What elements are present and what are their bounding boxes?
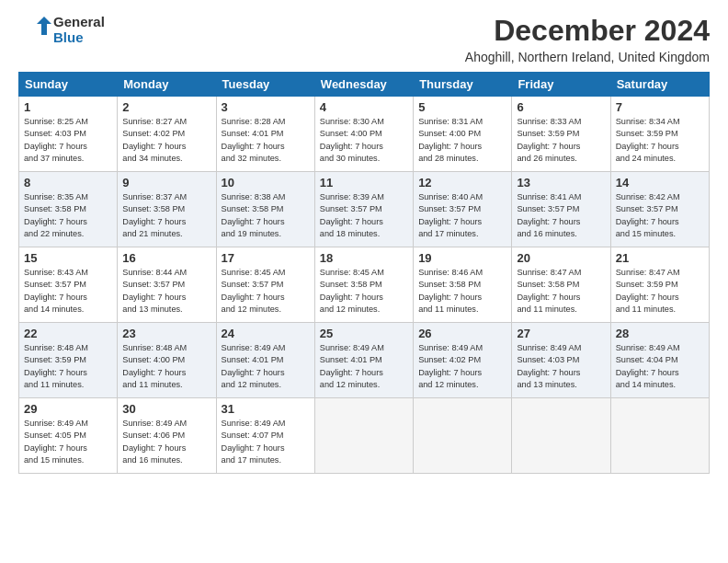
day-number: 7 — [616, 100, 704, 114]
calendar-week-row: 15Sunrise: 8:43 AMSunset: 3:57 PMDayligh… — [19, 247, 710, 323]
day-number: 3 — [222, 100, 310, 114]
calendar-cell: 12Sunrise: 8:40 AMSunset: 3:57 PMDayligh… — [414, 172, 512, 247]
calendar-cell: 6Sunrise: 8:33 AMSunset: 3:59 PMDaylight… — [512, 97, 610, 172]
calendar-cell: 30Sunrise: 8:49 AMSunset: 4:06 PMDayligh… — [118, 398, 216, 474]
calendar-day-header: Monday — [118, 73, 216, 97]
day-number: 19 — [418, 251, 506, 265]
day-number: 26 — [418, 327, 506, 340]
calendar-day-header: Wednesday — [314, 73, 413, 97]
calendar-header-row: SundayMondayTuesdayWednesdayThursdayFrid… — [19, 73, 710, 97]
calendar-cell: 14Sunrise: 8:42 AMSunset: 3:57 PMDayligh… — [610, 172, 709, 247]
logo-svg — [18, 15, 51, 44]
calendar-week-row: 29Sunrise: 8:49 AMSunset: 4:05 PMDayligh… — [19, 398, 710, 474]
calendar-cell — [414, 398, 512, 474]
calendar-cell: 9Sunrise: 8:37 AMSunset: 3:58 PMDaylight… — [118, 172, 216, 247]
day-number: 4 — [320, 100, 408, 114]
day-info: Sunrise: 8:47 AMSunset: 3:59 PMDaylight:… — [616, 267, 704, 316]
day-number: 23 — [122, 327, 210, 340]
day-number: 10 — [222, 176, 310, 190]
day-number: 22 — [24, 327, 112, 340]
day-info: Sunrise: 8:49 AMSunset: 4:03 PMDaylight:… — [517, 342, 605, 391]
calendar-cell: 7Sunrise: 8:34 AMSunset: 3:59 PMDaylight… — [610, 97, 709, 172]
day-info: Sunrise: 8:44 AMSunset: 3:57 PMDaylight:… — [122, 267, 210, 316]
day-info: Sunrise: 8:46 AMSunset: 3:58 PMDaylight:… — [418, 267, 506, 316]
day-number: 24 — [222, 327, 310, 340]
day-info: Sunrise: 8:42 AMSunset: 3:57 PMDaylight:… — [616, 191, 704, 240]
calendar-cell: 8Sunrise: 8:35 AMSunset: 3:58 PMDaylight… — [19, 172, 118, 247]
calendar-day-header: Saturday — [610, 73, 709, 97]
day-info: Sunrise: 8:45 AMSunset: 3:57 PMDaylight:… — [222, 267, 310, 316]
calendar-cell: 26Sunrise: 8:49 AMSunset: 4:02 PMDayligh… — [414, 323, 512, 398]
calendar-cell: 2Sunrise: 8:27 AMSunset: 4:02 PMDaylight… — [118, 97, 216, 172]
day-info: Sunrise: 8:38 AMSunset: 3:58 PMDaylight:… — [222, 191, 310, 240]
day-number: 20 — [517, 251, 605, 265]
svg-marker-0 — [37, 17, 51, 35]
calendar-cell: 19Sunrise: 8:46 AMSunset: 3:58 PMDayligh… — [414, 247, 512, 323]
calendar-cell — [512, 398, 610, 474]
day-info: Sunrise: 8:33 AMSunset: 3:59 PMDaylight:… — [517, 116, 605, 165]
day-number: 15 — [24, 251, 112, 265]
calendar-day-header: Tuesday — [216, 73, 314, 97]
calendar-day-header: Friday — [512, 73, 610, 97]
calendar-cell: 24Sunrise: 8:49 AMSunset: 4:01 PMDayligh… — [216, 323, 314, 398]
calendar-cell: 22Sunrise: 8:48 AMSunset: 3:59 PMDayligh… — [19, 323, 118, 398]
day-info: Sunrise: 8:30 AMSunset: 4:00 PMDaylight:… — [320, 116, 408, 165]
day-number: 31 — [222, 402, 310, 416]
day-number: 29 — [24, 402, 112, 416]
day-info: Sunrise: 8:47 AMSunset: 3:58 PMDaylight:… — [517, 267, 605, 316]
day-info: Sunrise: 8:45 AMSunset: 3:58 PMDaylight:… — [320, 267, 408, 316]
day-info: Sunrise: 8:49 AMSunset: 4:01 PMDaylight:… — [222, 342, 310, 391]
calendar-cell: 10Sunrise: 8:38 AMSunset: 3:58 PMDayligh… — [216, 172, 314, 247]
calendar-cell: 3Sunrise: 8:28 AMSunset: 4:01 PMDaylight… — [216, 97, 314, 172]
day-info: Sunrise: 8:49 AMSunset: 4:01 PMDaylight:… — [320, 342, 408, 391]
subtitle: Ahoghill, Northern Ireland, United Kingd… — [465, 50, 710, 64]
day-info: Sunrise: 8:43 AMSunset: 3:57 PMDaylight:… — [24, 267, 112, 316]
day-info: Sunrise: 8:35 AMSunset: 3:58 PMDaylight:… — [24, 191, 112, 240]
day-number: 12 — [418, 176, 506, 190]
calendar-week-row: 1Sunrise: 8:25 AMSunset: 4:03 PMDaylight… — [19, 97, 710, 172]
day-info: Sunrise: 8:48 AMSunset: 4:00 PMDaylight:… — [122, 342, 210, 391]
day-number: 6 — [517, 100, 605, 114]
page: General Blue December 2024 Ahoghill, Nor… — [0, 0, 728, 563]
day-info: Sunrise: 8:49 AMSunset: 4:04 PMDaylight:… — [616, 342, 704, 391]
calendar-cell: 13Sunrise: 8:41 AMSunset: 3:57 PMDayligh… — [512, 172, 610, 247]
header: General Blue December 2024 Ahoghill, Nor… — [18, 14, 710, 64]
calendar-cell: 27Sunrise: 8:49 AMSunset: 4:03 PMDayligh… — [512, 323, 610, 398]
calendar-table: SundayMondayTuesdayWednesdayThursdayFrid… — [18, 72, 710, 474]
day-info: Sunrise: 8:27 AMSunset: 4:02 PMDaylight:… — [122, 116, 210, 165]
logo: General Blue — [18, 14, 105, 45]
logo-blue: Blue — [53, 29, 105, 45]
calendar-cell: 25Sunrise: 8:49 AMSunset: 4:01 PMDayligh… — [314, 323, 413, 398]
calendar-cell — [314, 398, 413, 474]
day-number: 5 — [418, 100, 506, 114]
logo-general: General — [53, 14, 105, 29]
day-info: Sunrise: 8:48 AMSunset: 3:59 PMDaylight:… — [24, 342, 112, 391]
day-info: Sunrise: 8:31 AMSunset: 4:00 PMDaylight:… — [418, 116, 506, 165]
day-info: Sunrise: 8:25 AMSunset: 4:03 PMDaylight:… — [24, 116, 112, 165]
day-number: 30 — [122, 402, 210, 416]
day-number: 27 — [517, 327, 605, 340]
calendar-cell: 15Sunrise: 8:43 AMSunset: 3:57 PMDayligh… — [19, 247, 118, 323]
calendar-cell: 11Sunrise: 8:39 AMSunset: 3:57 PMDayligh… — [314, 172, 413, 247]
calendar-cell: 4Sunrise: 8:30 AMSunset: 4:00 PMDaylight… — [314, 97, 413, 172]
calendar-cell: 29Sunrise: 8:49 AMSunset: 4:05 PMDayligh… — [19, 398, 118, 474]
calendar-cell: 20Sunrise: 8:47 AMSunset: 3:58 PMDayligh… — [512, 247, 610, 323]
calendar-cell — [610, 398, 709, 474]
calendar-cell: 28Sunrise: 8:49 AMSunset: 4:04 PMDayligh… — [610, 323, 709, 398]
day-info: Sunrise: 8:49 AMSunset: 4:06 PMDaylight:… — [122, 418, 210, 466]
day-info: Sunrise: 8:37 AMSunset: 3:58 PMDaylight:… — [122, 191, 210, 240]
day-number: 28 — [616, 327, 704, 340]
day-info: Sunrise: 8:49 AMSunset: 4:05 PMDaylight:… — [24, 418, 112, 466]
day-number: 18 — [320, 251, 408, 265]
calendar-week-row: 8Sunrise: 8:35 AMSunset: 3:58 PMDaylight… — [19, 172, 710, 247]
day-info: Sunrise: 8:39 AMSunset: 3:57 PMDaylight:… — [320, 191, 408, 240]
main-title: December 2024 — [465, 14, 710, 48]
day-number: 13 — [517, 176, 605, 190]
day-number: 21 — [616, 251, 704, 265]
calendar-cell: 5Sunrise: 8:31 AMSunset: 4:00 PMDaylight… — [414, 97, 512, 172]
calendar-week-row: 22Sunrise: 8:48 AMSunset: 3:59 PMDayligh… — [19, 323, 710, 398]
day-info: Sunrise: 8:28 AMSunset: 4:01 PMDaylight:… — [222, 116, 310, 165]
title-block: December 2024 Ahoghill, Northern Ireland… — [465, 14, 710, 64]
day-number: 25 — [320, 327, 408, 340]
day-number: 11 — [320, 176, 408, 190]
